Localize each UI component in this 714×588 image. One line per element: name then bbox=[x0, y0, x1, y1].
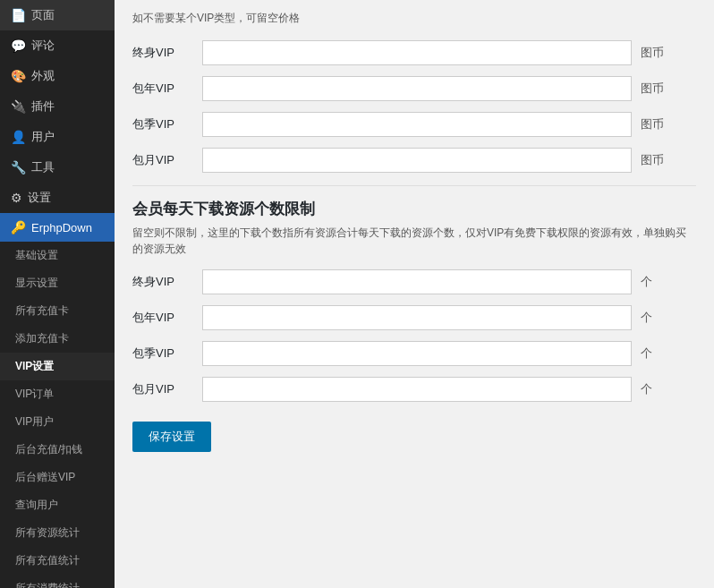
sidebar-item-label: 工具 bbox=[31, 159, 55, 175]
sidebar-item-label: 评论 bbox=[31, 38, 55, 54]
form-row-quarterly-vip-limit: 包季VIP 个 bbox=[132, 341, 696, 366]
sidebar-plugin-title: ErphpDown bbox=[31, 221, 92, 234]
sidebar-submenu-item-all-consume-stats[interactable]: 所有消费统计 bbox=[0, 575, 115, 588]
sidebar-item-label: 页面 bbox=[31, 7, 55, 23]
price-section: 终身VIP 图币 包年VIP 图币 包季VIP 图币 包月VIP 图币 bbox=[132, 40, 696, 173]
input-lifetime-vip-price[interactable] bbox=[202, 40, 632, 65]
limit-section-rows: 终身VIP 个 包年VIP 个 包季VIP 个 包月VIP 个 bbox=[132, 269, 696, 402]
input-quarterly-vip-price[interactable] bbox=[202, 112, 632, 137]
unit-annual-vip-limit: 个 bbox=[641, 310, 666, 326]
unit-lifetime-vip-limit: 个 bbox=[641, 274, 666, 290]
sidebar-item-tools[interactable]: 🔧 工具 bbox=[0, 152, 115, 183]
users-icon: 👤 bbox=[11, 130, 26, 144]
label-monthly-vip-price: 包月VIP bbox=[132, 152, 193, 168]
tools-icon: 🔧 bbox=[11, 160, 26, 175]
form-row-quarterly-vip-price: 包季VIP 图币 bbox=[132, 112, 696, 137]
sidebar-item-appearance[interactable]: 🎨 外观 bbox=[0, 61, 115, 91]
plugin-key-icon: 🔑 bbox=[11, 220, 26, 234]
sidebar-submenu-item-all-recharge-stats[interactable]: 所有充值统计 bbox=[0, 547, 115, 575]
sidebar-submenu-item-add-charge-card[interactable]: 添加充值卡 bbox=[0, 325, 115, 353]
form-row-monthly-vip-price: 包月VIP 图币 bbox=[132, 148, 696, 173]
settings-icon: ⚙ bbox=[11, 191, 22, 205]
form-row-annual-vip-limit: 包年VIP 个 bbox=[132, 305, 696, 330]
label-lifetime-vip-price: 终身VIP bbox=[132, 45, 193, 61]
sidebar-submenu-item-display-settings[interactable]: 显示设置 bbox=[0, 269, 115, 297]
submenu: 基础设置显示设置所有充值卡添加充值卡VIP设置VIP订单VIP用户后台充值/扣钱… bbox=[0, 242, 115, 588]
label-quarterly-vip-limit: 包季VIP bbox=[132, 345, 193, 362]
sidebar-submenu-item-basic-settings[interactable]: 基础设置 bbox=[0, 242, 115, 269]
input-quarterly-vip-limit[interactable] bbox=[202, 341, 632, 366]
input-lifetime-vip-limit[interactable] bbox=[202, 269, 632, 294]
sidebar-submenu-item-all-resource-stats[interactable]: 所有资源统计 bbox=[0, 519, 115, 547]
sidebar-item-pages[interactable]: 📄 页面 bbox=[0, 0, 115, 30]
sidebar-item-plugins[interactable]: 🔌 插件 bbox=[0, 91, 115, 122]
notice-text: 如不需要某个VIP类型，可留空价格 bbox=[132, 11, 696, 26]
appearance-icon: 🎨 bbox=[11, 69, 26, 83]
plugins-icon: 🔌 bbox=[11, 99, 26, 114]
label-annual-vip-price: 包年VIP bbox=[132, 81, 193, 97]
section-divider bbox=[132, 185, 696, 186]
sidebar-submenu-item-vip-users[interactable]: VIP用户 bbox=[0, 408, 115, 436]
unit-quarterly-vip-limit: 个 bbox=[641, 345, 666, 362]
unit-monthly-vip-limit: 个 bbox=[641, 381, 666, 397]
form-row-monthly-vip-limit: 包月VIP 个 bbox=[132, 377, 696, 402]
sidebar-submenu-item-vip-orders[interactable]: VIP订单 bbox=[0, 380, 115, 408]
main-content: 如不需要某个VIP类型，可留空价格 终身VIP 图币 包年VIP 图币 包季VI… bbox=[115, 0, 714, 588]
sidebar-item-users[interactable]: 👤 用户 bbox=[0, 122, 115, 152]
form-row-lifetime-vip-price: 终身VIP 图币 bbox=[132, 40, 696, 65]
input-monthly-vip-limit[interactable] bbox=[202, 377, 632, 402]
limit-section-title: 会员每天下载资源个数限制 bbox=[132, 199, 696, 219]
sidebar-item-label: 设置 bbox=[28, 190, 51, 206]
sidebar-item-erphpdown[interactable]: 🔑 ErphpDown bbox=[0, 213, 115, 242]
sidebar-submenu-item-vip-settings[interactable]: VIP设置 bbox=[0, 353, 115, 380]
save-button[interactable]: 保存设置 bbox=[132, 422, 211, 452]
sidebar-submenu-item-backend-recharge[interactable]: 后台充值/扣钱 bbox=[0, 436, 115, 464]
unit-monthly-vip-price: 图币 bbox=[641, 152, 666, 168]
sidebar-submenu-item-all-charge-cards[interactable]: 所有充值卡 bbox=[0, 297, 115, 325]
comments-icon: 💬 bbox=[11, 38, 26, 53]
input-annual-vip-limit[interactable] bbox=[202, 305, 632, 330]
input-monthly-vip-price[interactable] bbox=[202, 148, 632, 173]
unit-annual-vip-price: 图币 bbox=[641, 81, 666, 97]
form-row-annual-vip-price: 包年VIP 图币 bbox=[132, 76, 696, 101]
sidebar-submenu-item-backend-gift-vip[interactable]: 后台赠送VIP bbox=[0, 464, 115, 491]
sidebar-item-comments[interactable]: 💬 评论 bbox=[0, 30, 115, 61]
sidebar-item-label: 外观 bbox=[31, 68, 55, 84]
sidebar: 📄 页面 💬 评论 🎨 外观 🔌 插件 👤 用户 🔧 工具 ⚙ 设置 🔑 Erp… bbox=[0, 0, 115, 588]
input-annual-vip-price[interactable] bbox=[202, 76, 632, 101]
sidebar-item-label: 插件 bbox=[31, 98, 55, 115]
label-lifetime-vip-limit: 终身VIP bbox=[132, 274, 193, 290]
sidebar-submenu-item-query-users[interactable]: 查询用户 bbox=[0, 491, 115, 519]
pages-icon: 📄 bbox=[11, 8, 26, 22]
unit-quarterly-vip-price: 图币 bbox=[641, 116, 666, 132]
label-quarterly-vip-price: 包季VIP bbox=[132, 116, 193, 132]
form-row-lifetime-vip-limit: 终身VIP 个 bbox=[132, 269, 696, 294]
label-annual-vip-limit: 包年VIP bbox=[132, 310, 193, 326]
label-monthly-vip-limit: 包月VIP bbox=[132, 381, 193, 397]
unit-lifetime-vip-price: 图币 bbox=[641, 45, 666, 61]
sidebar-item-label: 用户 bbox=[31, 129, 55, 145]
limit-section-desc: 留空则不限制，这里的下载个数指所有资源合计每天下载的资源个数，仅对VIP有免费下… bbox=[132, 225, 696, 257]
sidebar-item-settings[interactable]: ⚙ 设置 bbox=[0, 183, 115, 213]
